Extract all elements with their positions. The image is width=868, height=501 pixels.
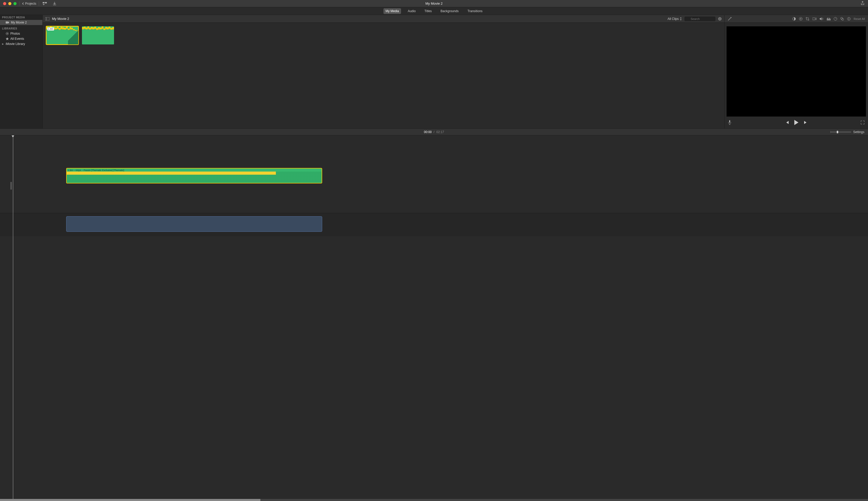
gear-icon	[718, 17, 722, 21]
zoom-slider[interactable]	[830, 131, 851, 132]
share-icon	[861, 1, 864, 5]
sidebar-item-label: All Events	[10, 37, 24, 41]
timeline-header: 00:00 / 02:17 Settings	[0, 129, 868, 135]
browser-toolbar: My Movie 2 All Clips	[43, 15, 724, 23]
voiceover-button[interactable]	[728, 120, 731, 125]
sidebar-section-project-media: PROJECT MEDIA	[0, 15, 42, 20]
browser-content[interactable]: 1.9m	[43, 23, 724, 128]
timeline-audio-clip[interactable]: 1.9m – ninjoi. - Passin [Thematic Exclus…	[66, 168, 322, 183]
sidebar-item-imovie-library[interactable]: ▶ iMovie Library	[0, 41, 42, 46]
timeline-tracks[interactable]: 1.9m – ninjoi. - Passin [Thematic Exclus…	[0, 135, 868, 213]
noise-reduction-button[interactable]	[827, 17, 830, 20]
info-icon	[847, 17, 851, 21]
play-button[interactable]	[794, 120, 799, 125]
svg-rect-27	[729, 120, 730, 123]
clip-waveform	[82, 26, 114, 32]
skip-back-icon	[785, 120, 789, 125]
sidebar-section-libraries: LIBRARIES	[0, 26, 42, 31]
fullscreen-button[interactable]	[861, 121, 864, 124]
reset-all-button[interactable]: Reset All	[854, 17, 865, 20]
tab-transitions[interactable]: Transitions	[466, 8, 484, 14]
clip-waveform-peaks	[67, 172, 276, 175]
sidebar-item-label: My Movie 2	[11, 21, 27, 24]
time-separator: /	[433, 130, 435, 134]
timeline-time-display: 00:00 / 02:17	[424, 130, 444, 134]
svg-rect-1	[45, 2, 47, 3]
titlebar: Projects My Movie 2	[0, 0, 868, 7]
camera-icon	[813, 17, 817, 20]
crop-icon	[806, 17, 809, 21]
search-input[interactable]	[684, 17, 715, 21]
svg-rect-2	[6, 21, 8, 23]
svg-rect-0	[43, 2, 44, 3]
color-wheel-icon	[799, 17, 803, 21]
viewer-controls	[724, 117, 868, 128]
volume-button[interactable]	[820, 17, 824, 21]
clip-label: 1.9m – ninjoi. - Passin [Thematic Exclus…	[68, 169, 124, 172]
speaker-icon	[820, 17, 824, 21]
sidebar-item-label: iMovie Library	[6, 42, 25, 46]
color-correction-button[interactable]	[799, 17, 803, 21]
zoom-button[interactable]	[13, 2, 17, 5]
media-clip[interactable]	[82, 26, 114, 44]
sidebar-item-all-events[interactable]: All Events	[0, 36, 42, 41]
photos-icon	[6, 32, 9, 35]
zoom-slider-thumb[interactable]	[837, 131, 838, 133]
clip-filter-button[interactable]	[840, 17, 844, 21]
timeline-settings-button[interactable]: Settings	[853, 130, 864, 134]
track-handle[interactable]	[10, 182, 12, 190]
sidebar-toggle-button[interactable]	[45, 17, 49, 20]
minimize-button[interactable]	[8, 2, 11, 5]
effects-icon	[840, 17, 844, 21]
close-button[interactable]	[3, 2, 6, 5]
timeline-overview[interactable]	[0, 213, 868, 236]
clips-filter-label: All Clips	[668, 17, 679, 21]
sidebar-item-label: Photos	[10, 32, 20, 35]
svg-point-10	[719, 18, 720, 19]
previous-button[interactable]	[785, 120, 789, 125]
current-time: 00:00	[424, 130, 431, 134]
crop-button[interactable]	[806, 17, 809, 21]
projects-back-button[interactable]: Projects	[22, 2, 36, 6]
disclosure-icon[interactable]: ▶	[2, 43, 4, 45]
camcorder-icon	[6, 21, 9, 24]
clips-filter-dropdown[interactable]: All Clips	[668, 17, 682, 21]
timeline[interactable]: 1.9m – ninjoi. - Passin [Thematic Exclus…	[0, 135, 868, 499]
magic-wand-icon	[728, 17, 732, 21]
clip-fade	[68, 26, 79, 44]
sidebar-item-project[interactable]: My Movie 2	[0, 20, 42, 25]
svg-rect-5	[45, 17, 49, 20]
color-balance-icon	[792, 17, 796, 21]
svg-line-21	[835, 18, 836, 19]
stabilization-button[interactable]	[813, 17, 817, 20]
chevron-left-icon	[22, 2, 24, 5]
sidebar-item-photos[interactable]: Photos	[0, 31, 42, 36]
speed-button[interactable]	[834, 17, 837, 21]
sidebar: PROJECT MEDIA My Movie 2 LIBRARIES Photo…	[0, 15, 43, 128]
svg-point-26	[849, 18, 849, 18]
import-button[interactable]	[53, 2, 56, 6]
svg-rect-14	[813, 18, 815, 20]
browser-settings-button[interactable]	[718, 17, 722, 21]
info-button[interactable]	[847, 17, 851, 21]
share-button[interactable]	[861, 1, 864, 5]
enhance-button[interactable]	[728, 17, 732, 21]
color-balance-button[interactable]	[792, 17, 796, 21]
clip-duration-badge: 1.9m	[47, 28, 54, 31]
viewer-canvas[interactable]	[726, 26, 866, 117]
tab-backgrounds[interactable]: Backgrounds	[439, 8, 461, 14]
overview-clip[interactable]	[66, 216, 322, 232]
next-button[interactable]	[804, 120, 808, 125]
search-wrap	[684, 16, 715, 21]
tab-audio[interactable]: Audio	[406, 8, 418, 14]
content-tabs: My Media Audio Titles Backgrounds Transi…	[0, 7, 868, 15]
tab-my-media[interactable]: My Media	[384, 8, 401, 14]
total-duration: 02:17	[437, 130, 444, 134]
view-mode-button[interactable]	[43, 2, 47, 5]
upper-area: PROJECT MEDIA My Movie 2 LIBRARIES Photo…	[0, 15, 868, 129]
media-clip[interactable]: 1.9m	[46, 26, 79, 44]
svg-point-4	[7, 33, 8, 34]
fullscreen-icon	[861, 121, 864, 124]
window-title: My Movie 2	[425, 2, 442, 6]
tab-titles[interactable]: Titles	[422, 8, 434, 14]
